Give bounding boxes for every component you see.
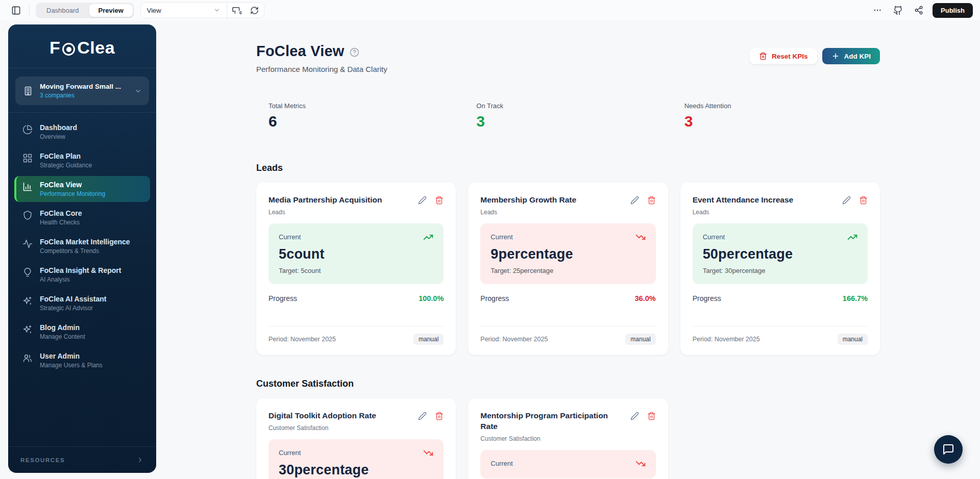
reset-kpis-button[interactable]: Reset KPIs bbox=[750, 48, 817, 64]
sidebar-toggle-button[interactable] bbox=[9, 4, 23, 17]
sidebar-item-label: FoClea View bbox=[40, 181, 105, 189]
trash-icon bbox=[435, 412, 444, 420]
card-divider bbox=[268, 326, 444, 326]
progress-label: Progress bbox=[693, 294, 721, 302]
add-kpi-label: Add KPI bbox=[844, 53, 871, 60]
sidebar-item-foclea-core[interactable]: FoClea CoreHealth Checks bbox=[14, 205, 150, 231]
current-value-box: Current 9percentage Target: 25percentage bbox=[480, 223, 655, 284]
sidebar-item-sub: Competitors & Trends bbox=[40, 247, 130, 255]
sidebar-item-label: Blog Admin bbox=[40, 323, 85, 332]
edit-kpi-button[interactable] bbox=[630, 412, 639, 420]
trash-icon bbox=[859, 196, 868, 205]
trending-up-icon bbox=[847, 232, 857, 242]
trash-icon bbox=[647, 412, 656, 420]
bar-chart-icon bbox=[22, 182, 33, 192]
mode-segmented-control: Dashboard Preview bbox=[36, 3, 134, 18]
add-kpi-button[interactable]: Add KPI bbox=[822, 48, 880, 64]
tab-dashboard[interactable]: Dashboard bbox=[37, 4, 88, 17]
app-logo: F Clea bbox=[8, 24, 156, 68]
delete-kpi-button[interactable] bbox=[647, 412, 656, 420]
help-button[interactable] bbox=[350, 47, 359, 57]
main-content: FoClea View Performance Monitoring & Dat… bbox=[156, 20, 980, 479]
current-value: 30percentage bbox=[279, 462, 433, 478]
chevron-down-icon bbox=[134, 87, 142, 95]
company-selector[interactable]: Moving Forward Small ... 3 companies bbox=[15, 77, 149, 105]
target-value: Target: 30percentage bbox=[703, 267, 857, 274]
stat-label: Needs Attention bbox=[684, 102, 880, 110]
sidebar-item-label: FoClea AI Assistant bbox=[40, 295, 106, 303]
resources-expander[interactable]: RESOURCES bbox=[8, 446, 156, 473]
sidebar-item-foclea-view[interactable]: FoClea ViewPerformance Monitoring bbox=[14, 176, 150, 202]
github-button[interactable] bbox=[891, 4, 905, 17]
progress-value: 166.7% bbox=[843, 294, 868, 302]
kpi-category: Leads bbox=[268, 209, 444, 216]
kpi-card-membership-growth: Membership Growth Rate Leads Current 9pe… bbox=[468, 183, 668, 355]
delete-kpi-button[interactable] bbox=[435, 196, 444, 205]
kpi-title: Mentorship Program Participation Rate bbox=[480, 411, 608, 432]
target-value: Target: 25percentage bbox=[491, 267, 645, 274]
kpi-card-mentorship-program: Mentorship Program Participation Rate Cu… bbox=[468, 398, 668, 479]
layout-grid-icon bbox=[22, 153, 33, 163]
sidebar-item-market-intelligence[interactable]: FoClea Market IntelligenceCompetitors & … bbox=[14, 233, 150, 259]
more-options-button[interactable] bbox=[871, 4, 884, 17]
stat-on-track: On Track 3 bbox=[464, 102, 672, 130]
stats-row: Total Metrics 6 On Track 3 Needs Attenti… bbox=[256, 102, 880, 130]
sidebar-item-dashboard[interactable]: DashboardOverview bbox=[14, 119, 150, 145]
sidebar-item-foclea-plan[interactable]: FoClea PlanStrategic Guidance bbox=[14, 147, 150, 173]
kpi-title: Digital Toolkit Adoption Rate bbox=[268, 411, 376, 421]
edit-kpi-button[interactable] bbox=[418, 196, 427, 205]
customer-satisfaction-cards-grid: Digital Toolkit Adoption Rate Customer S… bbox=[256, 398, 880, 479]
trending-down-icon bbox=[635, 459, 646, 469]
edit-kpi-button[interactable] bbox=[418, 412, 427, 420]
shield-icon bbox=[22, 210, 33, 220]
stat-value: 3 bbox=[476, 113, 672, 130]
sidebar-item-ai-assistant[interactable]: FoClea AI AssistantStrategic AI Advisor bbox=[14, 290, 150, 316]
reset-kpis-label: Reset KPIs bbox=[772, 53, 808, 60]
building-icon bbox=[22, 85, 34, 96]
trash-icon bbox=[759, 52, 767, 60]
delete-kpi-button[interactable] bbox=[859, 196, 868, 205]
kpi-period: Period: November 2025 bbox=[693, 336, 760, 343]
trending-down-icon bbox=[635, 232, 646, 242]
edit-kpi-button[interactable] bbox=[630, 196, 639, 205]
trash-icon bbox=[435, 196, 444, 205]
kpi-title: Event Attendance Increase bbox=[693, 195, 794, 206]
delete-kpi-button[interactable] bbox=[435, 412, 444, 420]
kpi-period: Period: November 2025 bbox=[480, 336, 548, 343]
pencil-icon bbox=[418, 412, 427, 420]
progress-label: Progress bbox=[480, 294, 509, 302]
kpi-card-event-attendance: Event Attendance Increase Leads Current … bbox=[680, 183, 880, 355]
kpi-card-digital-toolkit: Digital Toolkit Adoption Rate Customer S… bbox=[256, 398, 456, 479]
company-count: 3 companies bbox=[40, 92, 121, 99]
progress-label: Progress bbox=[268, 294, 297, 302]
trending-down-icon bbox=[423, 448, 433, 458]
edit-kpi-button[interactable] bbox=[842, 196, 851, 205]
card-divider bbox=[480, 326, 655, 326]
sidebar-item-sub: Manage Users & Plans bbox=[40, 362, 103, 369]
share-button[interactable] bbox=[912, 4, 925, 17]
sidebar-item-sub: Overview bbox=[40, 133, 77, 140]
delete-kpi-button[interactable] bbox=[647, 196, 656, 205]
progress-value: 100.0% bbox=[419, 294, 444, 302]
publish-button[interactable]: Publish bbox=[933, 3, 973, 18]
current-value: 50percentage bbox=[703, 246, 857, 262]
sidebar-item-insight-report[interactable]: FoClea Insight & ReportAI Analysis bbox=[14, 262, 150, 288]
logo-text-post: Clea bbox=[77, 38, 115, 58]
current-label: Current bbox=[703, 233, 725, 241]
manual-badge: manual bbox=[838, 334, 868, 345]
console-button[interactable]: 0 bbox=[227, 3, 246, 18]
sidebar-item-label: FoClea Plan bbox=[40, 152, 92, 160]
chat-button[interactable] bbox=[934, 435, 963, 464]
trash-icon bbox=[647, 196, 656, 205]
refresh-button[interactable] bbox=[246, 3, 264, 18]
sidebar-item-blog-admin[interactable]: Blog AdminManage Content bbox=[14, 319, 150, 345]
github-icon bbox=[893, 6, 903, 15]
ellipsis-icon bbox=[873, 6, 882, 15]
topbar: Dashboard Preview View 0 bbox=[0, 0, 980, 20]
view-dropdown[interactable]: View bbox=[141, 3, 227, 18]
tab-preview[interactable]: Preview bbox=[89, 4, 133, 17]
kpi-title: Membership Growth Rate bbox=[480, 195, 576, 206]
target-value: Target: 5count bbox=[279, 267, 433, 274]
sidebar-item-user-admin[interactable]: User AdminManage Users & Plans bbox=[14, 347, 150, 373]
plus-icon bbox=[831, 52, 840, 60]
